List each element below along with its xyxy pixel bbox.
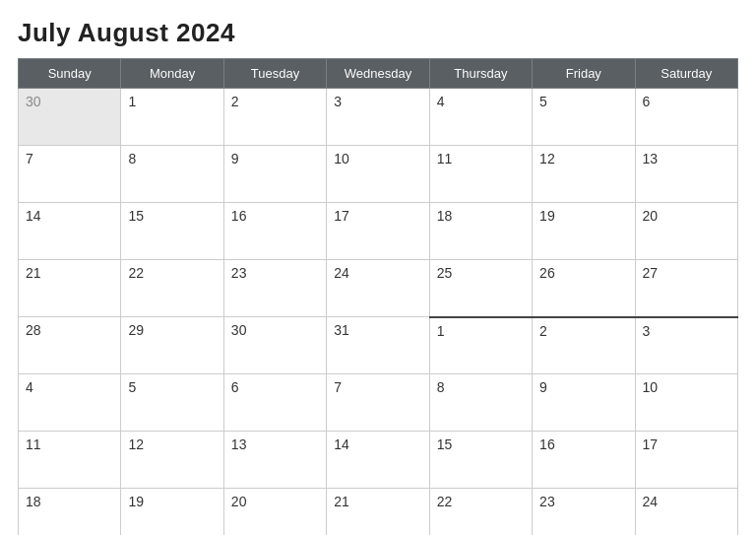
calendar-cell: 1	[121, 89, 223, 146]
calendar-cell: 3	[327, 89, 429, 146]
calendar-cell: 25	[429, 260, 532, 317]
calendar-cell: 18	[429, 203, 532, 260]
calendar-cell: 31	[327, 317, 429, 374]
calendar-cell: 14	[327, 432, 429, 489]
header-friday: Friday	[533, 59, 635, 89]
calendar-cell: 23	[533, 489, 635, 536]
calendar-cell: 19	[533, 203, 635, 260]
calendar-header: SundayMondayTuesdayWednesdayThursdayFrid…	[19, 59, 738, 89]
page-title: July August 2024	[18, 18, 738, 48]
calendar-cell: 27	[635, 260, 737, 317]
calendar-cell: 4	[19, 374, 121, 432]
calendar-cell: 8	[121, 146, 223, 203]
calendar-cell: 2	[533, 317, 635, 374]
calendar-cell: 9	[223, 146, 326, 203]
calendar-cell: 15	[429, 432, 532, 489]
header-wednesday: Wednesday	[327, 59, 429, 89]
calendar-cell: 26	[533, 260, 635, 317]
calendar-cell: 7	[19, 146, 121, 203]
calendar-cell: 30	[19, 89, 121, 146]
calendar-cell: 22	[429, 489, 532, 536]
calendar-cell: 10	[327, 146, 429, 203]
calendar-cell: 14	[19, 203, 121, 260]
calendar-cell: 8	[429, 374, 532, 432]
calendar-cell: 19	[121, 489, 223, 536]
calendar-cell: 21	[19, 260, 121, 317]
calendar-cell: 28	[19, 317, 121, 374]
header-tuesday: Tuesday	[223, 59, 326, 89]
calendar-table: SundayMondayTuesdayWednesdayThursdayFrid…	[18, 58, 738, 535]
calendar-cell: 2	[223, 89, 326, 146]
header-saturday: Saturday	[635, 59, 737, 89]
calendar-cell: 29	[121, 317, 223, 374]
calendar-cell: 4	[429, 89, 532, 146]
calendar-body: 3012345678910111213141516171819202122232…	[19, 89, 738, 536]
calendar-cell: 24	[635, 489, 737, 536]
calendar-cell: 6	[223, 374, 326, 432]
header-sunday: Sunday	[19, 59, 121, 89]
calendar: SundayMondayTuesdayWednesdayThursdayFrid…	[18, 58, 738, 535]
calendar-cell: 20	[223, 489, 326, 536]
header-monday: Monday	[121, 59, 223, 89]
calendar-cell: 17	[635, 432, 737, 489]
calendar-cell: 12	[121, 432, 223, 489]
calendar-cell: 9	[533, 374, 635, 432]
calendar-cell: 11	[429, 146, 532, 203]
calendar-cell: 7	[327, 374, 429, 432]
calendar-cell: 16	[533, 432, 635, 489]
calendar-cell: 3	[635, 317, 737, 374]
calendar-cell: 11	[19, 432, 121, 489]
header-thursday: Thursday	[429, 59, 532, 89]
calendar-cell: 5	[121, 374, 223, 432]
calendar-cell: 10	[635, 374, 737, 432]
calendar-cell: 6	[635, 89, 737, 146]
calendar-cell: 15	[121, 203, 223, 260]
calendar-cell: 18	[19, 489, 121, 536]
calendar-cell: 17	[327, 203, 429, 260]
calendar-cell: 1	[429, 317, 532, 374]
calendar-cell: 20	[635, 203, 737, 260]
calendar-cell: 21	[327, 489, 429, 536]
calendar-cell: 13	[223, 432, 326, 489]
calendar-cell: 5	[533, 89, 635, 146]
calendar-cell: 16	[223, 203, 326, 260]
calendar-cell: 24	[327, 260, 429, 317]
calendar-cell: 13	[635, 146, 737, 203]
calendar-cell: 30	[223, 317, 326, 374]
calendar-cell: 22	[121, 260, 223, 317]
calendar-cell: 23	[223, 260, 326, 317]
calendar-cell: 12	[533, 146, 635, 203]
